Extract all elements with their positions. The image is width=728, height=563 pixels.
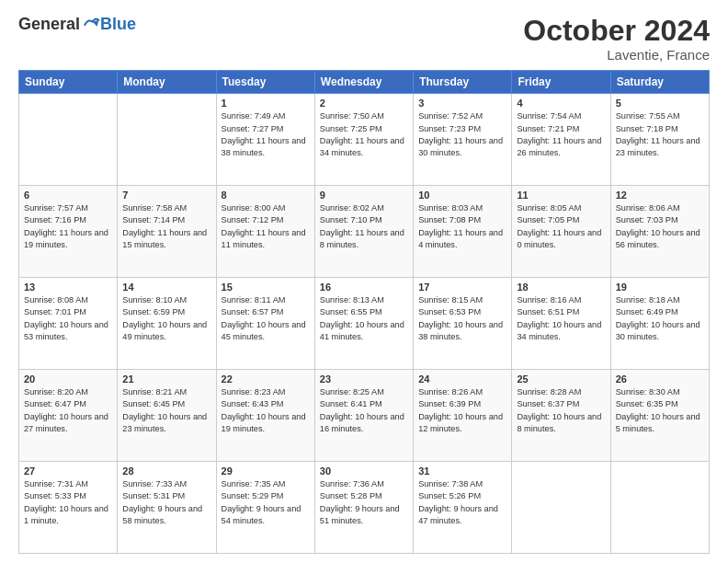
day-info-line: Daylight: 11 hours and 30 minutes. [418, 135, 506, 160]
calendar-cell: 2Sunrise: 7:50 AMSunset: 7:25 PMDaylight… [314, 94, 413, 186]
header-tuesday: Tuesday [216, 71, 314, 94]
day-info-line: Sunrise: 8:21 AM [122, 386, 210, 398]
calendar-cell [19, 94, 118, 186]
title-area: October 2024 Laventie, France [523, 15, 710, 63]
calendar-cell: 25Sunrise: 8:28 AMSunset: 6:37 PMDayligh… [512, 370, 610, 462]
day-info-line: Sunrise: 7:36 AM [320, 478, 408, 490]
calendar-week-row: 6Sunrise: 7:57 AMSunset: 7:16 PMDaylight… [19, 186, 710, 278]
day-number: 7 [122, 190, 210, 201]
day-info-line: Sunset: 6:47 PM [24, 398, 112, 410]
day-info: Sunrise: 8:11 AMSunset: 6:57 PMDaylight:… [222, 294, 310, 343]
calendar-cell: 19Sunrise: 8:18 AMSunset: 6:49 PMDayligh… [610, 278, 709, 370]
day-info-line: Sunrise: 7:33 AM [122, 478, 210, 490]
day-number: 4 [517, 98, 605, 109]
day-number: 6 [24, 190, 112, 201]
calendar-cell: 20Sunrise: 8:20 AMSunset: 6:47 PMDayligh… [19, 370, 118, 462]
header-friday: Friday [512, 71, 610, 94]
calendar-cell: 31Sunrise: 7:38 AMSunset: 5:26 PMDayligh… [414, 462, 512, 554]
day-info: Sunrise: 8:18 AMSunset: 6:49 PMDaylight:… [616, 294, 704, 343]
day-info-line: Daylight: 10 hours and 49 minutes. [122, 319, 210, 344]
day-number: 30 [320, 465, 408, 477]
day-info: Sunrise: 8:21 AMSunset: 6:45 PMDaylight:… [122, 386, 210, 435]
day-info-line: Sunrise: 7:35 AM [222, 478, 310, 490]
location-title: Laventie, France [523, 47, 710, 63]
day-number: 23 [320, 373, 408, 385]
day-number: 2 [320, 98, 408, 109]
day-info-line: Sunrise: 8:02 AM [320, 202, 408, 214]
day-info-line: Sunset: 6:59 PM [122, 306, 210, 318]
day-info: Sunrise: 8:06 AMSunset: 7:03 PMDaylight:… [616, 202, 704, 251]
day-info-line: Sunrise: 8:03 AM [418, 202, 506, 214]
day-info-line: Sunrise: 7:52 AM [418, 110, 506, 122]
calendar-cell: 17Sunrise: 8:15 AMSunset: 6:53 PMDayligh… [414, 278, 512, 370]
day-info-line: Sunrise: 7:49 AM [222, 110, 310, 122]
day-number: 25 [517, 373, 605, 385]
day-info-line: Sunset: 6:39 PM [418, 398, 506, 410]
day-number: 24 [418, 373, 506, 385]
day-info-line: Sunset: 6:45 PM [122, 398, 210, 410]
day-number: 17 [418, 282, 506, 293]
day-info-line: Sunset: 7:25 PM [320, 123, 408, 135]
day-info-line: Sunset: 6:41 PM [320, 398, 408, 410]
day-info: Sunrise: 8:25 AMSunset: 6:41 PMDaylight:… [320, 386, 408, 435]
day-number: 1 [222, 98, 310, 109]
day-number: 8 [222, 190, 310, 201]
day-info-line: Sunrise: 8:23 AM [222, 386, 310, 398]
calendar-week-row: 1Sunrise: 7:49 AMSunset: 7:27 PMDaylight… [19, 94, 710, 186]
calendar-cell: 16Sunrise: 8:13 AMSunset: 6:55 PMDayligh… [314, 278, 413, 370]
day-info: Sunrise: 7:50 AMSunset: 7:25 PMDaylight:… [320, 110, 408, 159]
calendar-cell: 7Sunrise: 7:58 AMSunset: 7:14 PMDaylight… [118, 186, 216, 278]
day-info: Sunrise: 8:20 AMSunset: 6:47 PMDaylight:… [24, 386, 112, 435]
day-info-line: Sunset: 7:12 PM [222, 214, 310, 226]
day-info-line: Sunrise: 7:55 AM [616, 110, 704, 122]
day-info-line: Daylight: 11 hours and 0 minutes. [517, 227, 605, 252]
day-info-line: Sunset: 7:10 PM [320, 214, 408, 226]
calendar-cell [118, 94, 216, 186]
day-info-line: Sunrise: 8:30 AM [616, 386, 704, 398]
day-info-line: Daylight: 10 hours and 12 minutes. [418, 411, 506, 436]
calendar-cell: 1Sunrise: 7:49 AMSunset: 7:27 PMDaylight… [216, 94, 314, 186]
day-info-line: Sunrise: 7:38 AM [418, 478, 506, 490]
day-info-line: Sunrise: 8:13 AM [320, 294, 408, 306]
logo-icon [82, 16, 100, 34]
day-info-line: Sunrise: 8:16 AM [517, 294, 605, 306]
day-info-line: Daylight: 10 hours and 19 minutes. [222, 411, 310, 436]
day-number: 9 [320, 190, 408, 201]
month-title: October 2024 [523, 15, 710, 47]
day-info-line: Sunset: 6:49 PM [616, 306, 704, 318]
day-number: 5 [616, 98, 704, 109]
day-info-line: Daylight: 9 hours and 51 minutes. [320, 503, 408, 528]
day-info: Sunrise: 7:38 AMSunset: 5:26 PMDaylight:… [418, 478, 506, 527]
day-info-line: Sunrise: 7:58 AM [122, 202, 210, 214]
day-info: Sunrise: 7:49 AMSunset: 7:27 PMDaylight:… [222, 110, 310, 159]
day-info: Sunrise: 7:52 AMSunset: 7:23 PMDaylight:… [418, 110, 506, 159]
day-info-line: Daylight: 11 hours and 11 minutes. [222, 227, 310, 252]
day-info-line: Sunset: 6:57 PM [222, 306, 310, 318]
day-number: 21 [122, 373, 210, 385]
day-info: Sunrise: 7:33 AMSunset: 5:31 PMDaylight:… [122, 478, 210, 527]
day-info-line: Sunset: 6:55 PM [320, 306, 408, 318]
day-info-line: Sunset: 7:01 PM [24, 306, 112, 318]
day-info: Sunrise: 8:23 AMSunset: 6:43 PMDaylight:… [222, 386, 310, 435]
day-info-line: Daylight: 10 hours and 8 minutes. [517, 411, 605, 436]
day-info-line: Sunset: 6:35 PM [616, 398, 704, 410]
day-info-line: Sunrise: 8:05 AM [517, 202, 605, 214]
day-number: 10 [418, 190, 506, 201]
day-number: 18 [517, 282, 605, 293]
calendar-week-row: 20Sunrise: 8:20 AMSunset: 6:47 PMDayligh… [19, 370, 710, 462]
day-info-line: Sunset: 7:27 PM [222, 123, 310, 135]
calendar-cell: 21Sunrise: 8:21 AMSunset: 6:45 PMDayligh… [118, 370, 216, 462]
day-info-line: Sunrise: 8:15 AM [418, 294, 506, 306]
day-info: Sunrise: 8:30 AMSunset: 6:35 PMDaylight:… [616, 386, 704, 435]
day-info-line: Sunset: 6:37 PM [517, 398, 605, 410]
day-info: Sunrise: 7:35 AMSunset: 5:29 PMDaylight:… [222, 478, 310, 527]
day-info-line: Sunset: 6:43 PM [222, 398, 310, 410]
calendar-cell: 15Sunrise: 8:11 AMSunset: 6:57 PMDayligh… [216, 278, 314, 370]
calendar-cell: 29Sunrise: 7:35 AMSunset: 5:29 PMDayligh… [216, 462, 314, 554]
day-info-line: Daylight: 9 hours and 54 minutes. [222, 503, 310, 528]
day-info-line: Sunset: 5:26 PM [418, 490, 506, 502]
day-info: Sunrise: 8:28 AMSunset: 6:37 PMDaylight:… [517, 386, 605, 435]
calendar-cell: 10Sunrise: 8:03 AMSunset: 7:08 PMDayligh… [414, 186, 512, 278]
day-number: 12 [616, 190, 704, 201]
day-info-line: Sunset: 7:05 PM [517, 214, 605, 226]
